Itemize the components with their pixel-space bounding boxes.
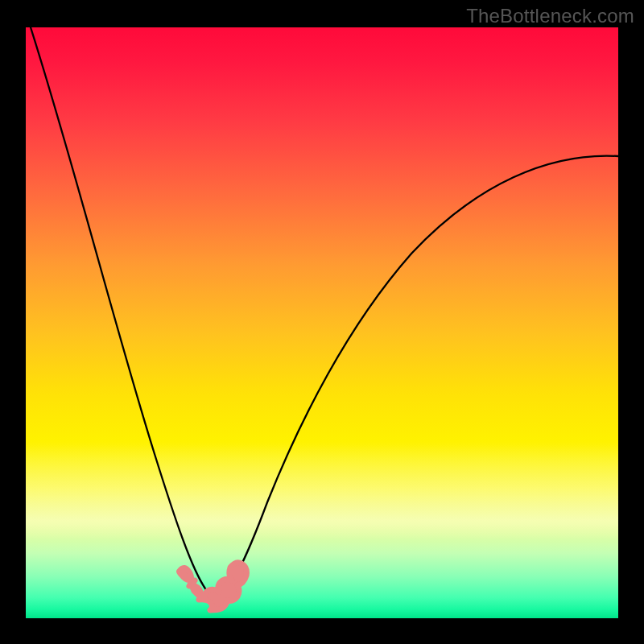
bottleneck-curve <box>31 27 618 597</box>
marker-blob <box>180 563 247 610</box>
curve-layer <box>26 27 618 618</box>
watermark-text: TheBottleneck.com <box>466 5 634 27</box>
chart-frame: TheBottleneck.com <box>0 0 644 644</box>
plot-area <box>26 27 618 618</box>
